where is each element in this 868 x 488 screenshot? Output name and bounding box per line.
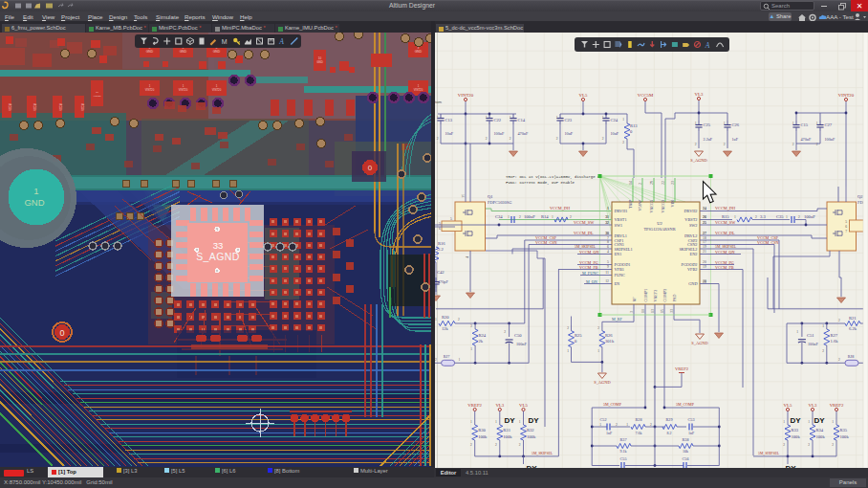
svg-text:VCCM_FB: VCCM_FB bbox=[715, 265, 734, 270]
svg-text:12: 12 bbox=[605, 279, 609, 283]
svg-text:100k: 100k bbox=[478, 434, 488, 439]
svg-text:18: 18 bbox=[703, 236, 706, 240]
svg-text:DY: DY bbox=[528, 416, 539, 425]
svg-text:COMP1: COMP1 bbox=[643, 289, 648, 302]
svg-text:1: 1 bbox=[597, 349, 599, 353]
svg-text:2: 2 bbox=[437, 137, 439, 141]
svg-text:DY: DY bbox=[790, 416, 801, 425]
svg-text:1nF: 1nF bbox=[688, 431, 695, 435]
svg-text:R30: R30 bbox=[478, 428, 486, 433]
svg-text:5M_COMP: 5M_COMP bbox=[603, 402, 622, 407]
svg-text:6: 6 bbox=[845, 225, 847, 229]
svg-text:M_FUNC: M_FUNC bbox=[582, 271, 598, 276]
svg-text:R38: R38 bbox=[683, 437, 689, 442]
svg-text:100k: 100k bbox=[503, 434, 512, 439]
svg-text:VCCM: VCCM bbox=[9, 103, 12, 111]
svg-text:100uF: 100uF bbox=[825, 137, 835, 142]
svg-text:470uF: 470uF bbox=[801, 137, 812, 142]
svg-text:5M_SKIPSEL: 5M_SKIPSEL bbox=[532, 452, 553, 455]
svg-text:1: 1 bbox=[508, 215, 510, 219]
svg-text:1: 1 bbox=[435, 318, 437, 322]
svg-text:10uF: 10uF bbox=[565, 131, 574, 136]
svg-text:R27: R27 bbox=[831, 333, 838, 338]
svg-text:S_AGND: S_AGND bbox=[196, 251, 240, 262]
svg-text:32: 32 bbox=[605, 221, 609, 225]
svg-text:C22: C22 bbox=[494, 118, 502, 122]
svg-text:R34: R34 bbox=[816, 428, 824, 433]
svg-text:C23: C23 bbox=[565, 118, 573, 122]
svg-text:2: 2 bbox=[838, 358, 840, 362]
svg-text:2: 2 bbox=[724, 143, 726, 146]
svg-text:RF: RF bbox=[632, 297, 637, 302]
svg-text:EN1: EN1 bbox=[615, 252, 622, 256]
svg-text:VBST2: VBST2 bbox=[684, 217, 697, 222]
svg-text:6: 6 bbox=[607, 245, 609, 249]
svg-text:S_AGND: S_AGND bbox=[691, 341, 707, 345]
svg-text:5M_SHIPSEL: 5M_SHIPSEL bbox=[758, 452, 780, 455]
svg-text:1: 1 bbox=[602, 116, 604, 120]
svg-text:100uF: 100uF bbox=[524, 214, 535, 219]
svg-text:470pF: 470pF bbox=[438, 279, 448, 284]
svg-text:28: 28 bbox=[703, 280, 706, 284]
svg-text:2: 2 bbox=[470, 443, 472, 447]
svg-text:2: 2 bbox=[470, 324, 472, 328]
svg-text:R29: R29 bbox=[666, 417, 673, 422]
svg-text:1: 1 bbox=[33, 186, 38, 196]
svg-text:9: 9 bbox=[607, 265, 609, 269]
svg-text:1: 1 bbox=[556, 116, 558, 120]
svg-text:M: M bbox=[222, 38, 228, 45]
svg-text:2: 2 bbox=[838, 319, 840, 322]
svg-text:1: 1 bbox=[607, 207, 609, 211]
svg-text:R15: R15 bbox=[722, 214, 729, 219]
svg-text:100uF: 100uF bbox=[808, 342, 818, 346]
svg-text:VCCM_CSN: VCCM_CSN bbox=[535, 240, 557, 245]
svg-text:C52: C52 bbox=[600, 417, 607, 422]
svg-text:11: 11 bbox=[605, 271, 609, 275]
svg-text:8.2: 8.2 bbox=[667, 431, 672, 435]
svg-text:19: 19 bbox=[703, 245, 706, 249]
svg-text:10uF: 10uF bbox=[445, 131, 454, 136]
svg-text:5: 5 bbox=[607, 260, 609, 264]
svg-text:100k: 100k bbox=[816, 434, 826, 439]
svg-text:8: 8 bbox=[607, 240, 609, 244]
svg-text:19: 19 bbox=[703, 265, 706, 269]
svg-text:470uF: 470uF bbox=[518, 131, 529, 136]
svg-text:C34: C34 bbox=[495, 214, 503, 219]
svg-text:VREF2: VREF2 bbox=[675, 366, 689, 371]
svg-text:DY: DY bbox=[504, 416, 515, 425]
svg-text:1: 1 bbox=[437, 116, 439, 120]
svg-text:7.6k: 7.6k bbox=[636, 431, 642, 435]
svg-text:100uF: 100uF bbox=[494, 131, 505, 136]
svg-text:2: 2 bbox=[458, 318, 460, 322]
svg-text:1: 1 bbox=[495, 420, 497, 424]
svg-text:2: 2 bbox=[570, 215, 572, 219]
svg-text:R35: R35 bbox=[840, 428, 848, 433]
svg-text:R31: R31 bbox=[503, 428, 510, 433]
svg-text:1: 1 bbox=[459, 358, 461, 362]
svg-text:21: 21 bbox=[703, 250, 706, 254]
svg-text:VL3: VL3 bbox=[695, 92, 704, 97]
svg-text:24: 24 bbox=[703, 207, 706, 211]
svg-text:VREF2: VREF2 bbox=[830, 403, 844, 408]
svg-text:C42: C42 bbox=[437, 270, 445, 275]
svg-text:7: 7 bbox=[845, 230, 847, 233]
svg-text:VCCM_SW: VCCM_SW bbox=[574, 220, 595, 225]
svg-text:4: 4 bbox=[466, 256, 469, 258]
svg-text:5M_SKIPSEL: 5M_SKIPSEL bbox=[715, 245, 737, 249]
svg-text:1: 1 bbox=[822, 324, 824, 328]
svg-text:C51: C51 bbox=[807, 333, 814, 338]
svg-text:Q2: Q2 bbox=[857, 194, 863, 199]
svg-text:U2: U2 bbox=[657, 221, 662, 226]
svg-text:VREG5: VREG5 bbox=[649, 200, 654, 213]
svg-text:0: 0 bbox=[368, 164, 373, 172]
svg-text:GND: GND bbox=[316, 60, 324, 64]
svg-text:tom: tom bbox=[435, 100, 442, 104]
svg-text:A: A bbox=[705, 41, 710, 50]
svg-text:1: 1 bbox=[792, 122, 794, 125]
svg-text:R14: R14 bbox=[541, 214, 549, 219]
svg-text:VCCM: VCCM bbox=[81, 103, 85, 111]
svg-text:2: 2 bbox=[792, 143, 794, 146]
svg-text:13: 13 bbox=[651, 309, 655, 313]
svg-text:1: 1 bbox=[734, 215, 736, 219]
svg-text:M_RF: M_RF bbox=[612, 317, 623, 322]
